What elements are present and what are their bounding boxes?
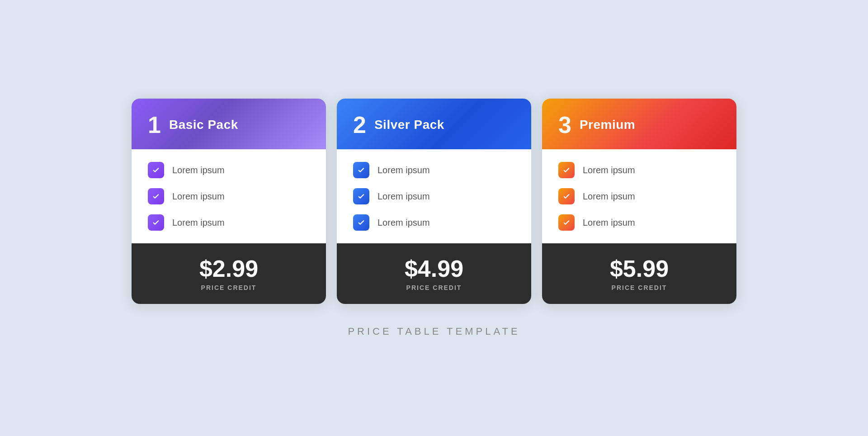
silver-check-3	[353, 214, 369, 231]
silver-check-1	[353, 162, 369, 178]
premium-features: Lorem ipsum Lorem ipsum	[542, 149, 736, 243]
basic-feature-1-text: Lorem ipsum	[172, 165, 225, 175]
silver-check-2	[353, 188, 369, 204]
premium-feature-3-text: Lorem ipsum	[583, 218, 635, 228]
page-subtitle: PRICE TABLE TEMPLATE	[348, 326, 520, 337]
premium-feature-1: Lorem ipsum	[558, 162, 720, 178]
basic-footer: $2.99 PRICE CREDIT	[132, 243, 326, 303]
silver-number: 2	[353, 113, 366, 137]
pricing-section: 1 Basic Pack Lorem ipsum	[126, 99, 742, 337]
silver-feature-1-text: Lorem ipsum	[377, 165, 430, 175]
premium-check-3	[558, 214, 575, 231]
premium-price: $5.99	[558, 256, 720, 282]
silver-feature-3-text: Lorem ipsum	[377, 218, 430, 228]
basic-check-3	[148, 214, 164, 231]
premium-feature-2: Lorem ipsum	[558, 188, 720, 204]
pricing-cards-container: 1 Basic Pack Lorem ipsum	[126, 99, 742, 303]
basic-price-label: PRICE CREDIT	[148, 284, 310, 291]
basic-features: Lorem ipsum Lorem ipsum	[132, 149, 326, 243]
basic-pack-card: 1 Basic Pack Lorem ipsum	[132, 99, 326, 303]
silver-feature-3: Lorem ipsum	[353, 214, 515, 231]
premium-footer: $5.99 PRICE CREDIT	[542, 243, 736, 303]
premium-number: 3	[558, 113, 571, 137]
basic-check-2	[148, 188, 164, 204]
premium-name: Premium	[580, 118, 635, 132]
basic-name: Basic Pack	[169, 118, 238, 132]
premium-header: 3 Premium	[542, 99, 736, 149]
basic-feature-3-text: Lorem ipsum	[172, 218, 225, 228]
basic-price: $2.99	[148, 256, 310, 282]
premium-check-1	[558, 162, 575, 178]
silver-name: Silver Pack	[374, 118, 444, 132]
silver-pack-card: 2 Silver Pack Lorem ipsum	[337, 99, 531, 303]
silver-price-label: PRICE CREDIT	[353, 284, 515, 291]
silver-feature-2: Lorem ipsum	[353, 188, 515, 204]
silver-footer: $4.99 PRICE CREDIT	[337, 243, 531, 303]
basic-feature-3: Lorem ipsum	[148, 214, 310, 231]
silver-features: Lorem ipsum Lorem ipsum	[337, 149, 531, 243]
premium-feature-1-text: Lorem ipsum	[583, 165, 635, 175]
premium-price-label: PRICE CREDIT	[558, 284, 720, 291]
basic-feature-2: Lorem ipsum	[148, 188, 310, 204]
silver-header: 2 Silver Pack	[337, 99, 531, 149]
premium-card: 3 Premium Lorem ipsum	[542, 99, 736, 303]
basic-number: 1	[148, 113, 161, 137]
basic-feature-1: Lorem ipsum	[148, 162, 310, 178]
silver-feature-1: Lorem ipsum	[353, 162, 515, 178]
premium-feature-2-text: Lorem ipsum	[583, 191, 635, 202]
basic-header: 1 Basic Pack	[132, 99, 326, 149]
silver-feature-2-text: Lorem ipsum	[377, 191, 430, 202]
basic-feature-2-text: Lorem ipsum	[172, 191, 225, 202]
premium-check-2	[558, 188, 575, 204]
silver-price: $4.99	[353, 256, 515, 282]
premium-feature-3: Lorem ipsum	[558, 214, 720, 231]
basic-check-1	[148, 162, 164, 178]
